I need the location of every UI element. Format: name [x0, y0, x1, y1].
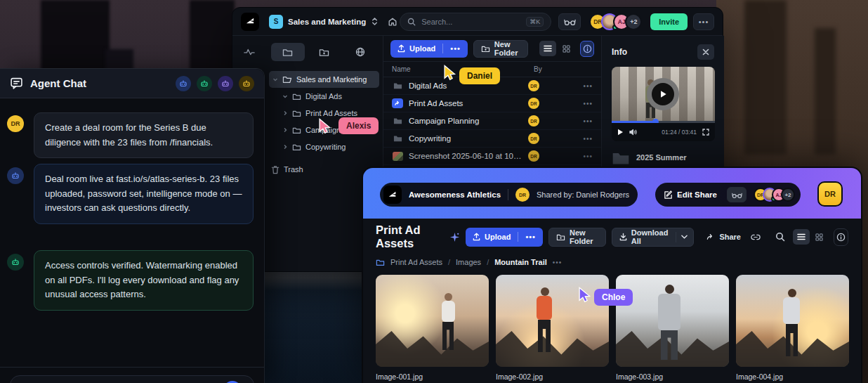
image-card[interactable]: Image-004.jpg — [736, 275, 849, 381]
image-thumbnail[interactable] — [736, 275, 849, 367]
avatar-overflow[interactable]: +2 — [781, 188, 795, 202]
folder-icon — [292, 143, 301, 151]
more-icon[interactable]: ••• — [574, 82, 593, 90]
avatar: DR — [528, 98, 539, 109]
avatar: DR — [528, 150, 539, 162]
info-toggle-button[interactable] — [580, 41, 594, 57]
more-icon[interactable]: ••• — [574, 100, 593, 108]
table-row[interactable]: Campaign Planning DR ••• — [383, 112, 601, 130]
file-name: Copywriting — [409, 134, 522, 143]
new-folder-label: New Folder — [494, 40, 520, 57]
column-header-by[interactable]: By — [534, 65, 574, 73]
current-user-chip[interactable]: DR — [817, 181, 843, 207]
volume-icon[interactable] — [629, 129, 638, 136]
member-avatars[interactable]: DR AJ +2 — [754, 188, 795, 202]
upload-label: Upload — [485, 233, 511, 241]
folder-icon — [392, 82, 403, 90]
edit-share-button[interactable]: Edit Share — [661, 190, 720, 200]
tab-shared-folders[interactable] — [308, 43, 341, 61]
sidebar-item-copywriting[interactable]: Copywriting — [265, 138, 383, 155]
chevrons-up-down-icon[interactable] — [371, 17, 379, 26]
image-card[interactable]: Image-001.jpg — [376, 275, 489, 381]
divider — [0, 367, 264, 368]
more-icon[interactable]: ••• — [553, 259, 563, 266]
new-folder-button[interactable]: New Folder — [473, 40, 528, 58]
file-name: Image-001.jpg — [376, 372, 489, 381]
invite-button[interactable]: Invite — [650, 13, 688, 30]
image-card[interactable]: Image-003.jpg — [616, 275, 729, 381]
chat-title: Agent Chat — [30, 77, 170, 89]
more-icon[interactable]: ••• — [693, 13, 714, 30]
agent-bot-green-icon[interactable] — [197, 76, 212, 91]
chevron-down-icon[interactable] — [282, 93, 288, 99]
fullscreen-icon[interactable] — [702, 129, 709, 136]
list-view-icon[interactable] — [539, 41, 556, 56]
more-icon[interactable]: ••• — [574, 117, 593, 125]
cursor-daniel — [442, 65, 458, 81]
list-view-icon[interactable] — [793, 229, 810, 245]
folder-icon — [292, 110, 301, 117]
more-icon[interactable]: ••• — [574, 135, 593, 143]
chevron-right-icon[interactable] — [282, 127, 288, 133]
download-all-button[interactable]: Download All — [612, 228, 695, 247]
table-row[interactable]: Print Ad Assets DR ••• — [383, 95, 601, 112]
tab-folders[interactable] — [271, 43, 305, 61]
page-title: Print Ad Assets — [376, 223, 441, 250]
shared-folder-icon — [392, 98, 403, 108]
app-logo[interactable] — [241, 13, 259, 31]
chevron-down-icon[interactable] — [272, 77, 278, 82]
avatar-overflow[interactable]: +2 — [625, 13, 642, 30]
activity-icon[interactable] — [232, 36, 265, 57]
table-row[interactable]: Copywriting DR ••• — [383, 130, 601, 148]
avatar: DR — [528, 133, 539, 144]
workspace-switcher[interactable]: S Sales and Marketing — [269, 15, 397, 29]
agent-bot-purple-icon[interactable] — [218, 76, 233, 91]
sidebar-item-digital-ads[interactable]: Digital Ads — [265, 88, 383, 105]
sidebar-item-root[interactable]: Sales and Marketing — [269, 71, 379, 88]
download-all-label: Download All — [631, 228, 669, 245]
play-button[interactable] — [647, 78, 679, 110]
cursor-chloe — [577, 287, 593, 303]
search-input[interactable]: Search... ⌘K — [400, 13, 551, 31]
chat-icon — [10, 77, 23, 90]
sidebar-item-label: Copywriting — [305, 143, 346, 151]
member-avatars[interactable]: DR AJ +2 — [589, 13, 642, 30]
runner-figure — [655, 285, 683, 362]
agent-bot-yellow-icon[interactable] — [239, 76, 254, 91]
image-thumbnail[interactable] — [616, 275, 729, 367]
search-icon[interactable] — [773, 228, 787, 245]
upload-more-icon[interactable]: ••• — [443, 40, 468, 58]
table-row[interactable]: Screenshot 2025-06-10 at 10.46.25 AM.png… — [383, 148, 601, 165]
chevron-right-icon[interactable] — [282, 110, 288, 116]
upload-button[interactable]: Upload ••• — [466, 228, 543, 247]
new-folder-button[interactable]: New Folder — [548, 228, 606, 247]
folder-open-icon — [282, 75, 292, 84]
chevron-right-icon[interactable] — [282, 144, 288, 150]
guest-view-glasses-button[interactable] — [727, 187, 747, 202]
download-options-chevron-icon[interactable] — [676, 228, 693, 246]
edit-share-label: Edit Share — [677, 190, 717, 199]
more-icon[interactable]: ••• — [574, 152, 593, 160]
close-icon[interactable] — [697, 44, 714, 60]
guest-view-glasses-button[interactable] — [558, 13, 581, 30]
home-icon[interactable] — [388, 17, 397, 27]
share-banner: Awesomeness Athletics DR Shared by: Dani… — [363, 168, 861, 219]
grid-view-icon[interactable] — [811, 229, 828, 245]
agent-bot-blue-icon[interactable] — [176, 76, 191, 91]
share-button[interactable]: Share — [702, 233, 745, 241]
tab-connections[interactable] — [343, 43, 377, 61]
breadcrumb-separator: / — [448, 258, 450, 266]
chat-input[interactable] — [10, 375, 254, 383]
upload-button[interactable]: Upload ••• — [390, 40, 468, 58]
grid-view-icon[interactable] — [558, 41, 574, 56]
copy-link-icon[interactable] — [747, 228, 765, 245]
image-thumbnail[interactable] — [376, 275, 489, 367]
share-toolbar: Print Ad Assets Upload ••• New Folder Do… — [363, 225, 861, 249]
breadcrumb-root[interactable]: Print Ad Assets — [390, 258, 442, 266]
breadcrumb-images[interactable]: Images — [456, 258, 481, 266]
upload-more-icon[interactable]: ••• — [518, 228, 543, 247]
video-preview[interactable]: 01:24 / 03:41 — [612, 67, 715, 141]
info-toggle-button[interactable] — [834, 228, 848, 246]
play-icon[interactable] — [617, 129, 624, 136]
cursor-label-alexis: Alexis — [338, 117, 379, 134]
